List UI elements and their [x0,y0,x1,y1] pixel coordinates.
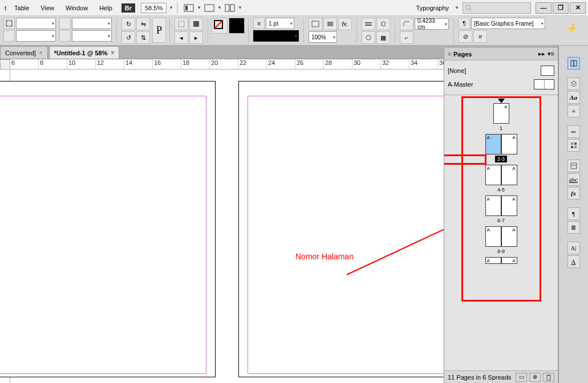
left-page[interactable] [0,81,216,377]
pages-panel-tab[interactable]: ◇ Pages ▸▸▾≡ [444,48,558,60]
wrap-shape-icon[interactable] [362,31,375,44]
dock-layers-icon[interactable] [567,78,580,90]
dd3[interactable]: ▼ [238,5,242,10]
corner-shape-icon[interactable]: ⌐ [400,31,413,44]
tab-close-2[interactable]: × [111,50,115,56]
zoom-dropdown-icon[interactable]: ▼ [169,5,173,10]
dock-fx-icon[interactable]: fx [567,187,580,199]
ws-dd[interactable]: ▼ [455,5,459,10]
page-3[interactable]: A [501,134,517,154]
panel-dblarrow-icon[interactable]: ▸▸ [538,50,545,58]
page-5[interactable]: A [501,165,517,185]
menu-window[interactable]: Window [60,2,94,14]
spread-2-3[interactable]: AA 2-3 [444,134,558,162]
sel-container-icon[interactable] [175,18,188,30]
page-11[interactable]: A [501,257,517,264]
flip-h-icon[interactable]: ⇋ [136,18,150,30]
master-none-row[interactable]: [None] [448,64,554,78]
arrange-icon[interactable] [222,2,237,14]
screen-mode-icon[interactable] [202,2,217,14]
wrap-around-icon[interactable] [376,18,390,30]
panel-menu-icon[interactable]: ▾≡ [548,50,554,58]
dock-para-icon[interactable]: ¶ [567,207,580,220]
corner-icon[interactable] [400,18,413,30]
dd1[interactable]: ▼ [197,5,201,10]
dock-para-styles-icon[interactable]: ≡ [567,105,580,117]
wrap-none-icon[interactable] [362,18,375,30]
close-button[interactable]: ✕ [570,2,586,14]
menu-view[interactable]: View [35,2,60,14]
dock-char-styles-icon[interactable]: Aa [567,91,580,104]
ref-point-icon[interactable] [3,18,15,29]
maximize-button[interactable]: ❐ [553,2,569,14]
dock-links-icon[interactable] [567,160,580,172]
w-field[interactable] [72,18,112,29]
dd2[interactable]: ▼ [217,5,222,10]
sel-prev-icon[interactable]: ◂ [175,31,188,44]
flip-v-icon[interactable]: ⇅ [136,31,150,44]
new-page-icon[interactable]: ✲ [529,373,541,382]
panel-collapse-icon[interactable]: ◇ [448,51,451,56]
spread-1[interactable]: A 1 [444,103,558,132]
page-7[interactable]: A [501,195,517,216]
edit-page-size-icon[interactable]: ▭ [516,373,527,382]
workspace-switcher[interactable]: Typography [411,2,455,14]
fx-icon2[interactable] [323,18,337,30]
page-10[interactable]: A [485,257,501,264]
stroke-weight-field[interactable]: 1 pt [266,18,294,29]
h-field[interactable] [72,30,112,42]
page-8[interactable]: A [485,226,501,247]
object-style-field[interactable]: [Basic Graphics Frame] [471,18,545,29]
fx-icon1[interactable] [309,18,322,30]
master-a-row[interactable]: A-Master [448,78,554,91]
dock-char-icon[interactable]: A| [567,242,580,254]
fx-label[interactable]: fx. [338,18,352,30]
x-field[interactable] [16,18,56,29]
dock-char2-icon[interactable]: A [567,255,580,268]
spread-10-11[interactable]: AA [444,257,558,264]
zoom-level[interactable]: 58.5% [141,3,167,13]
menu-help[interactable]: Help [94,2,118,14]
master-none-thumb[interactable] [541,66,554,76]
ruler-origin[interactable] [0,59,10,70]
master-a-thumb[interactable] [534,79,554,89]
page-4[interactable]: A [485,165,501,185]
tab-close-1[interactable]: × [39,50,43,56]
wrap-jump-icon[interactable]: ▦ [376,31,390,44]
rotate-icon[interactable]: ↻ [121,18,135,30]
view-options-icon[interactable] [181,2,196,14]
menu-table[interactable]: Table [9,2,35,14]
dock-stroke-icon[interactable]: ═ [567,125,580,138]
corner-field[interactable]: 0.4233 cm [415,18,449,30]
style-btn2[interactable]: ≡ [473,30,487,43]
gpu-icon[interactable]: ⚡ [566,23,578,34]
dock-glyphs-icon[interactable]: ≣ [567,221,580,234]
dock-pages-icon[interactable] [567,57,580,70]
stroke-style[interactable] [253,30,299,42]
spread-6-7[interactable]: AA 6-7 [444,195,558,224]
rotate-ccw-icon[interactable]: ↺ [121,31,135,44]
page-1[interactable]: A [493,103,509,124]
dock-swatches-icon[interactable] [567,139,580,152]
sel-content-icon[interactable] [189,18,203,30]
bridge-badge[interactable]: Br [121,3,135,13]
fill-stroke-swatch[interactable] [212,18,228,34]
sel-next-icon[interactable]: ▸ [189,31,203,44]
tab-untitled[interactable]: *Untitled-1 @ 58%× [49,46,120,59]
minimize-button[interactable]: — [536,2,551,14]
spread-8-9[interactable]: AA 8-9 [444,226,558,255]
clear-override-icon[interactable]: ⊘ [459,30,472,43]
search-input[interactable] [463,2,531,14]
page-6[interactable]: A [485,195,501,216]
opacity-field[interactable]: 100% [309,31,337,43]
pages-list[interactable]: A 1 AA 2-3 AA 4-5 AA 6-7 AA 8-9 AA [444,95,558,370]
paragraph-icon[interactable]: P [152,18,166,43]
dock-story-icon[interactable]: abc [567,173,580,186]
y-field[interactable] [16,30,56,42]
spread-4-5[interactable]: AA 4-5 [444,165,558,193]
page-2[interactable]: A [485,134,501,154]
delete-page-icon[interactable] [543,373,554,382]
tab-converted[interactable]: Converted]× [0,46,48,59]
stroke-swatch[interactable] [229,18,245,34]
page-9[interactable]: A [501,226,517,247]
